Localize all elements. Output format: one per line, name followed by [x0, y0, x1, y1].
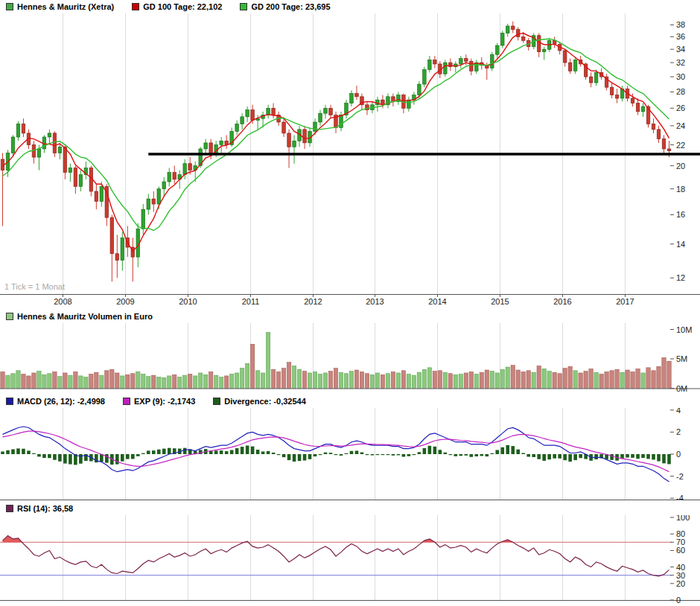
right-axis-labels: 420-2-4 [670, 408, 684, 500]
gd100-label: GD 100 Tage: 22,102 [143, 2, 222, 11]
svg-text:26: 26 [676, 103, 685, 112]
svg-text:20: 20 [676, 579, 685, 588]
svg-text:2008: 2008 [54, 297, 71, 306]
legend-item-price: Hennes & Mauritz (Xetra) [6, 2, 114, 11]
svg-text:36: 36 [676, 32, 685, 41]
svg-text:2015: 2015 [491, 297, 509, 306]
svg-text:2017: 2017 [616, 297, 634, 306]
svg-text:22: 22 [676, 141, 685, 150]
volume-legend: Hennes & Mauritz Volumen in Euro [0, 310, 700, 323]
svg-text:30: 30 [676, 72, 685, 81]
price-chart: 2008200920102011201220132014201520162017… [0, 13, 700, 310]
svg-text:28: 28 [676, 87, 685, 96]
svg-text:2009: 2009 [116, 297, 134, 306]
legend-item-divergence: Divergence: -0,32544 [213, 397, 305, 406]
rsi-overbought-fill [3, 535, 669, 603]
svg-text:0M: 0M [676, 384, 687, 393]
svg-text:38: 38 [676, 20, 685, 29]
legend-item-macd: MACD (26, 12): -2,4998 [6, 397, 105, 406]
year-labels: 2008200920102011201220132014201520162017 [54, 295, 634, 307]
gd200-marker [240, 3, 247, 10]
svg-text:20: 20 [676, 162, 685, 170]
legend-item-volume: Hennes & Mauritz Volumen in Euro [6, 312, 153, 321]
svg-text:0: 0 [676, 450, 681, 459]
svg-text:5M: 5M [676, 354, 687, 363]
macd-series-label: MACD (26, 12): -2,4998 [17, 397, 105, 406]
rsi-chart: 1008070604030200 [0, 515, 700, 603]
svg-text:14: 14 [676, 240, 685, 249]
macd-chart: 420-2-4 [0, 408, 700, 500]
tick-interval-note: 1 Tick = 1 Monat [4, 282, 65, 291]
gd100-marker [132, 3, 139, 10]
price-legend: Hennes & Mauritz (Xetra) GD 100 Tage: 22… [0, 0, 700, 13]
svg-text:2011: 2011 [242, 297, 260, 306]
gd200-label: GD 200 Tage: 23,695 [251, 2, 330, 11]
exp-series-label: EXP (9): -2,1743 [134, 397, 195, 406]
svg-text:18: 18 [676, 185, 685, 194]
macd-legend: MACD (26, 12): -2,4998 EXP (9): -2,1743 … [0, 395, 700, 408]
svg-text:16: 16 [676, 210, 685, 219]
volume-bars [1, 332, 671, 388]
volume-chart: 10M5M0M [0, 323, 700, 393]
svg-text:60: 60 [676, 546, 685, 555]
right-axis-labels: 10M5M0M [670, 325, 692, 393]
svg-text:2012: 2012 [304, 297, 322, 306]
svg-text:100: 100 [676, 515, 690, 522]
svg-text:10M: 10M [676, 325, 692, 334]
legend-item-gd100: GD 100 Tage: 22,102 [132, 2, 222, 11]
exp-series-marker [123, 398, 130, 405]
volume-series-marker [6, 313, 13, 320]
svg-text:24: 24 [676, 121, 685, 130]
macd-series-marker [6, 398, 13, 405]
svg-text:-4: -4 [676, 494, 684, 500]
candles [1, 22, 671, 281]
rsi-legend: RSI (14): 36,58 [0, 502, 700, 515]
right-axis-labels: 3836343230282624222018161412 [670, 20, 685, 282]
svg-text:2010: 2010 [179, 297, 197, 306]
exp-signal-line [3, 431, 669, 472]
legend-item-gd200: GD 200 Tage: 23,695 [240, 2, 330, 11]
svg-text:2013: 2013 [366, 297, 384, 306]
right-axis-labels: 1008070604030200 [670, 515, 690, 603]
volume-series-label: Hennes & Mauritz Volumen in Euro [17, 312, 153, 321]
svg-text:4: 4 [676, 408, 681, 415]
svg-text:34: 34 [676, 45, 685, 54]
svg-text:2016: 2016 [553, 297, 571, 306]
stock-chart-page: Hennes & Mauritz (Xetra) GD 100 Tage: 22… [0, 0, 700, 606]
divergence-series-marker [213, 398, 220, 405]
year-gridlines [63, 515, 626, 600]
divergence-series-label: Divergence: -0,32544 [224, 397, 305, 406]
legend-item-exp: EXP (9): -2,1743 [123, 397, 195, 406]
svg-text:2: 2 [676, 427, 681, 436]
svg-text:32: 32 [676, 58, 685, 67]
svg-text:2014: 2014 [428, 297, 446, 306]
price-series-label: Hennes & Mauritz (Xetra) [17, 2, 114, 11]
rsi-series-label: RSI (14): 36,58 [17, 504, 73, 513]
legend-item-rsi: RSI (14): 36,58 [6, 504, 73, 513]
svg-text:-2: -2 [676, 472, 684, 481]
svg-text:0: 0 [676, 596, 681, 603]
price-series-marker [6, 3, 13, 10]
rsi-line [3, 535, 669, 575]
rsi-series-marker [6, 505, 13, 512]
svg-text:12: 12 [676, 273, 685, 282]
